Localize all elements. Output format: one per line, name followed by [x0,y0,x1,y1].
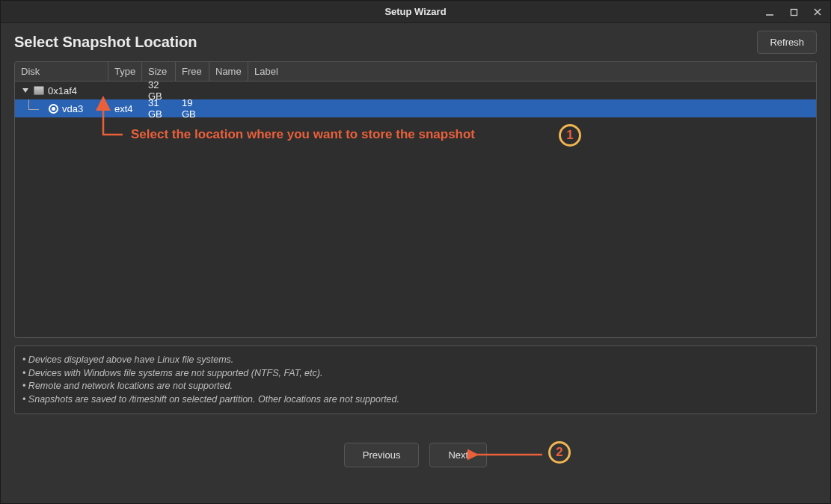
info-notes: • Devices displayed above have Linux fil… [14,345,817,414]
footer-nav: Previous Next 2 [14,443,817,467]
cell-type: ext4 [108,103,142,114]
titlebar: Setup Wizard [1,1,830,23]
disk-name: 0x1af4 [48,85,77,96]
svg-rect-1 [791,9,797,15]
table-row[interactable]: vda3 ext4 31 GB 19 GB [15,99,816,117]
col-type[interactable]: Type [108,62,142,81]
disk-icon [34,86,44,95]
svg-marker-4 [22,88,28,93]
note-line: • Devices displayed above have Linux fil… [22,354,806,367]
annotation-2-badge: 2 [548,441,571,464]
table-header: Disk Type Size Free Name Label [15,62,816,82]
cell-free: 19 GB [176,97,209,120]
table-row[interactable]: 0x1af4 32 GB [15,82,816,99]
minimize-button[interactable] [763,5,776,19]
annotation-1-badge: 1 [559,124,581,147]
maximize-button[interactable] [787,5,800,19]
expand-toggle-icon[interactable] [21,86,30,95]
col-size[interactable]: Size [142,62,176,81]
col-name[interactable]: Name [209,62,248,81]
close-button[interactable] [811,5,824,19]
col-disk[interactable]: Disk [15,62,108,81]
disk-table: Disk Type Size Free Name Label 0x1af4 32… [14,61,817,338]
window: Setup Wizard Select Snapshot Location Re… [0,0,831,504]
annotation-1-text: Select the location where you want to st… [131,127,475,142]
note-line: • Remote and network locations are not s… [22,380,806,393]
note-line: • Snapshots are saved to /timeshift on s… [22,393,806,407]
refresh-button[interactable]: Refresh [757,31,817,54]
window-controls [763,1,824,23]
page-title: Select Snapshot Location [14,34,197,51]
cell-size: 31 GB [142,97,176,120]
content-area: Select Snapshot Location Refresh Disk Ty… [1,23,830,503]
tree-branch-icon [24,99,42,117]
window-title: Setup Wizard [384,6,446,17]
header-row: Select Snapshot Location Refresh [14,31,817,54]
next-button[interactable]: Next [429,443,487,467]
previous-button[interactable]: Previous [344,443,420,467]
partition-radio[interactable] [49,104,58,114]
note-line: • Devices with Windows file systems are … [22,367,806,381]
col-free[interactable]: Free [176,62,209,81]
partition-name: vda3 [62,103,83,114]
col-label[interactable]: Label [248,62,816,81]
